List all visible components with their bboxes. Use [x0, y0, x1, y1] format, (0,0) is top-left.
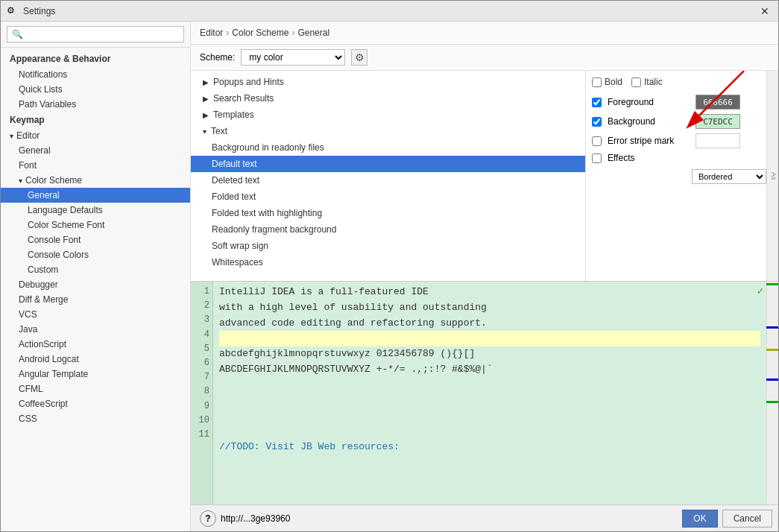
tree-item-templates[interactable]: ▶ Templates: [191, 107, 585, 123]
line-num-4: 4: [194, 328, 209, 342]
settings-window: ⚙ Settings ✕ Appearance & Behavior Notif…: [0, 0, 779, 532]
tree-item-readonly-fragment[interactable]: Readonly fragment background: [191, 221, 585, 238]
sidebar-item-custom[interactable]: Custom: [1, 262, 190, 277]
sidebar-item-color-scheme[interactable]: ▾ Color Scheme: [1, 173, 190, 188]
hint-text-as: As: [770, 172, 778, 180]
sidebar-item-font[interactable]: Font: [1, 158, 190, 173]
sidebar-item-cfml[interactable]: CFML: [1, 381, 190, 396]
line-num-9: 9: [194, 399, 209, 414]
preview-area: 1 2 3 4 5 6 7 8 9 10 11 IntelliJ IDEA is…: [191, 281, 778, 504]
sidebar-item-language-defaults[interactable]: Language Defaults: [1, 203, 190, 218]
breadcrumb-sep-1: ›: [226, 28, 229, 38]
breadcrumb: Editor › Color Scheme › General: [191, 22, 778, 45]
tree-item-folded-text-highlight[interactable]: Folded text with highlighting: [191, 205, 585, 221]
search-input[interactable]: [7, 26, 184, 42]
line-num-8: 8: [194, 384, 209, 399]
sidebar: Appearance & Behavior Notifications Quic…: [1, 22, 191, 531]
code-lines: IntelliJ IDEA is a full-featured IDE wit…: [213, 282, 766, 504]
line-num-6: 6: [194, 356, 209, 370]
cancel-button[interactable]: Cancel: [722, 510, 772, 528]
marker-green-2: [766, 401, 778, 403]
close-button[interactable]: ✕: [757, 4, 772, 19]
code-line-10: [219, 424, 760, 440]
sidebar-item-quick-lists[interactable]: Quick Lists: [1, 82, 190, 97]
sidebar-item-appearance-behavior[interactable]: Appearance & Behavior: [1, 51, 190, 67]
marker-blue-1: [766, 326, 778, 329]
line-numbers: 1 2 3 4 5 6 7 8 9 10 11: [191, 282, 213, 504]
sidebar-item-actionscript[interactable]: ActionScript: [1, 337, 190, 352]
props-panel: Bold Italic Foreground 666666: [586, 71, 766, 281]
tree-item-deleted-text[interactable]: Deleted text: [191, 172, 585, 189]
italic-checkbox[interactable]: [631, 77, 641, 87]
tree-item-search-results[interactable]: ▶ Search Results: [191, 90, 585, 107]
tree-item-folded-text[interactable]: Folded text: [191, 189, 585, 205]
tree-item-text[interactable]: ▾ Text: [191, 123, 585, 139]
dialog-body: Appearance & Behavior Notifications Quic…: [1, 22, 778, 531]
sidebar-item-vcs[interactable]: VCS: [1, 307, 190, 322]
preview-content: 1 2 3 4 5 6 7 8 9 10 11 IntelliJ IDEA is…: [191, 282, 778, 504]
code-line-4: [219, 331, 760, 346]
main-content: Editor › Color Scheme › General Scheme: …: [191, 22, 778, 531]
line-num-2: 2: [194, 299, 209, 313]
error-stripe-checkbox[interactable]: [592, 136, 602, 146]
sidebar-item-coffeescript[interactable]: CoffeeScript: [1, 396, 190, 411]
tree-item-popups[interactable]: ▶ Popups and Hints: [191, 74, 585, 90]
sidebar-item-editor[interactable]: ▾ Editor: [1, 128, 190, 143]
ok-button[interactable]: OK: [682, 510, 717, 528]
breadcrumb-editor: Editor: [200, 28, 223, 38]
editor-arrow-icon: ▾: [10, 132, 13, 140]
code-line-6: ABCDEFGHIJKLMNOPQRSTUVWXYZ +-*/= .,;:!? …: [219, 362, 760, 378]
effects-dropdown[interactable]: Bordered: [692, 169, 766, 184]
sidebar-item-general[interactable]: General: [1, 143, 190, 158]
sidebar-nav: Appearance & Behavior Notifications Quic…: [1, 48, 190, 531]
sidebar-item-css[interactable]: CSS: [1, 411, 190, 426]
italic-label: Italic: [644, 77, 663, 87]
scheme-gear-button[interactable]: ⚙: [351, 49, 368, 66]
props-checkboxes-row: Bold Italic: [592, 77, 760, 87]
sidebar-item-general-cs[interactable]: General: [1, 188, 190, 203]
foreground-row: Foreground 666666: [592, 95, 760, 110]
tree-item-background-readonly[interactable]: Background in readonly files: [191, 139, 585, 156]
sidebar-item-keymap[interactable]: Keymap: [1, 112, 190, 128]
foreground-label: Foreground: [608, 97, 690, 107]
error-stripe-row: Error stripe mark: [592, 133, 760, 148]
background-checkbox[interactable]: [592, 117, 602, 127]
foreground-checkbox[interactable]: [592, 98, 602, 107]
bottom-bar: ? http://...3ge93960 OK Cancel: [191, 504, 778, 531]
sidebar-item-angular-template[interactable]: Angular Template: [1, 367, 190, 381]
bold-checkbox[interactable]: [592, 77, 602, 87]
line-num-3: 3: [194, 313, 209, 327]
marker-blue-2: [766, 379, 778, 381]
error-stripe-color-swatch[interactable]: [696, 133, 740, 148]
background-color-swatch[interactable]: C7EDCC: [696, 114, 740, 129]
sidebar-item-diff-merge[interactable]: Diff & Merge: [1, 292, 190, 307]
sidebar-item-console-font[interactable]: Console Font: [1, 232, 190, 247]
right-hint-panel: As S ni e: [766, 71, 778, 281]
breadcrumb-sep-2: ›: [291, 28, 294, 38]
search-box: [1, 22, 190, 48]
code-line-3: advanced code editing and refactoring su…: [219, 316, 760, 332]
foreground-color-swatch[interactable]: 666666: [696, 95, 740, 110]
code-line-8: [219, 393, 760, 409]
sidebar-item-notifications[interactable]: Notifications: [1, 67, 190, 82]
help-button[interactable]: ?: [200, 510, 216, 527]
breadcrumb-general: General: [297, 28, 329, 38]
search-arrow-icon: ▶: [203, 95, 209, 103]
code-line-2: with a high level of usability and outst…: [219, 300, 760, 316]
title-bar-text: Settings: [23, 6, 757, 16]
effects-dropdown-row: Bordered: [592, 169, 760, 184]
sidebar-item-debugger[interactable]: Debugger: [1, 277, 190, 292]
sidebar-item-path-variables[interactable]: Path Variables: [1, 97, 190, 112]
sidebar-item-color-scheme-font[interactable]: Color Scheme Font: [1, 218, 190, 232]
tree-item-whitespaces[interactable]: Whitespaces: [191, 254, 585, 270]
tree-item-soft-wrap[interactable]: Soft wrap sign: [191, 238, 585, 254]
italic-check-row: Italic: [631, 77, 663, 87]
scheme-select[interactable]: my color Default Darcula: [241, 49, 345, 66]
sidebar-item-console-colors[interactable]: Console Colors: [1, 247, 190, 262]
popups-arrow-icon: ▶: [203, 78, 209, 86]
tree-item-default-text[interactable]: Default text: [191, 156, 585, 172]
sidebar-item-java[interactable]: Java: [1, 322, 190, 337]
effects-checkbox[interactable]: [592, 153, 602, 163]
sidebar-item-android-logcat[interactable]: Android Logcat: [1, 352, 190, 367]
text-arrow-icon: ▾: [203, 127, 206, 136]
